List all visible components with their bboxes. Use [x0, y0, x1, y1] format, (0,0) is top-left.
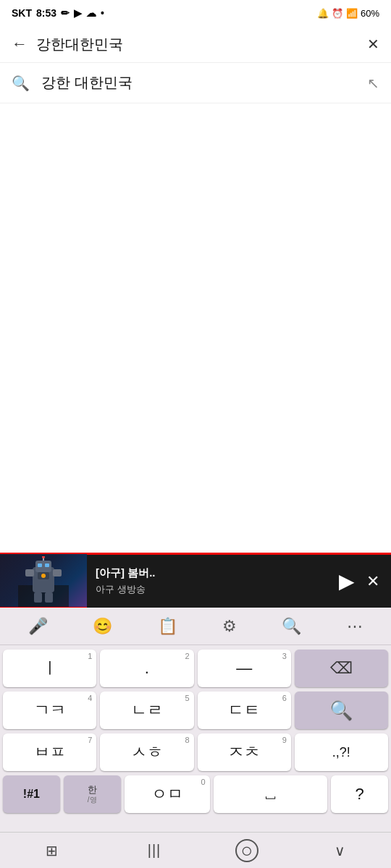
- svg-rect-6: [53, 569, 62, 576]
- space-key[interactable]: ⎵: [214, 775, 328, 813]
- back-nav-button[interactable]: ∨: [318, 836, 361, 865]
- edit-icon: ✏: [61, 7, 70, 19]
- more-button[interactable]: ⋯: [342, 613, 367, 640]
- svg-rect-3: [38, 563, 42, 567]
- mini-player-subtitle: 아구 생방송: [96, 583, 330, 596]
- key-0[interactable]: 0 ㅇㅁ: [125, 775, 210, 813]
- wifi-icon: 📶: [346, 8, 358, 19]
- home-button[interactable]: ○: [235, 839, 258, 862]
- bottom-nav: ⊞ ||| ○ ∨: [0, 832, 391, 868]
- search-key[interactable]: 🔍: [295, 692, 388, 729]
- suggestion-text: 강한 대한민국: [41, 73, 356, 93]
- mini-player-thumbnail[interactable]: [0, 554, 87, 609]
- dot-icon: •: [101, 7, 104, 19]
- emoji-button[interactable]: 😊: [88, 613, 117, 640]
- key-5[interactable]: 5 ㄴㄹ: [100, 692, 193, 729]
- key-3[interactable]: 3 —: [198, 650, 291, 687]
- key-row-3: 7 ㅂㅍ 8 ㅅㅎ 9 ㅈㅊ .,?!: [3, 733, 388, 771]
- key-1[interactable]: 1 ㅣ: [3, 650, 96, 687]
- alarm-icon: 🔔: [317, 8, 329, 19]
- search-input[interactable]: [36, 36, 358, 53]
- fill-arrow-icon[interactable]: ↖: [367, 75, 379, 92]
- suggestion-row[interactable]: 🔍 강한 대한민국 ↖: [0, 63, 391, 103]
- backspace-key[interactable]: ⌫: [295, 650, 388, 687]
- keyboard-keys: 1 ㅣ 2 . 3 — ⌫ 4 ㄱㅋ 5 ㄴㄹ: [0, 645, 391, 817]
- status-bar: SKT 8:53 ✏ ▶ ☁ • 🔔 ⏰ 📶 60%: [0, 0, 391, 26]
- key-4[interactable]: 4 ㄱㅋ: [3, 692, 96, 729]
- cloud-icon: ☁: [86, 7, 96, 19]
- key-symbols[interactable]: !#1: [3, 775, 60, 813]
- key-row-4: !#1 한 /영 0 ㅇㅁ ⎵ ?: [3, 775, 388, 813]
- search-bar-row: ← ✕: [0, 26, 391, 63]
- svg-rect-4: [45, 563, 49, 567]
- settings-button[interactable]: ⚙: [218, 613, 241, 640]
- key-8[interactable]: 8 ㅅㅎ: [100, 733, 193, 771]
- clear-button[interactable]: ✕: [364, 33, 382, 56]
- status-left: SKT 8:53 ✏ ▶ ☁ •: [12, 7, 104, 19]
- svg-rect-9: [34, 592, 42, 603]
- key-lang[interactable]: 한 /영: [64, 775, 121, 813]
- svg-rect-10: [45, 592, 53, 603]
- key-row-1: 1 ㅣ 2 . 3 — ⌫: [3, 650, 388, 687]
- mic-button[interactable]: 🎤: [24, 613, 52, 640]
- clock-icon: ⏰: [332, 8, 343, 19]
- mini-player: [아구] 봄버.. 아구 생방송 ▶ ✕: [0, 553, 391, 608]
- battery-label: 60%: [361, 8, 379, 19]
- key-6[interactable]: 6 ㄷㅌ: [198, 692, 291, 729]
- key-7[interactable]: 7 ㅂㅍ: [3, 733, 96, 771]
- svg-point-8: [41, 574, 46, 578]
- recent-apps-button[interactable]: |||: [133, 836, 176, 865]
- scan-button[interactable]: ⊞: [30, 836, 73, 865]
- back-button[interactable]: ←: [9, 32, 30, 56]
- play-button[interactable]: ▶: [339, 569, 355, 593]
- close-mini-player-button[interactable]: ✕: [366, 572, 379, 591]
- mini-player-info: [아구] 봄버.. 아구 생방송: [87, 561, 339, 602]
- svg-point-12: [42, 556, 45, 558]
- main-content: [0, 103, 391, 451]
- keyboard-area: 🎤 😊 📋 ⚙ 🔍 ⋯ 1 ㅣ 2 . 3 — ⌫: [0, 608, 391, 868]
- status-right: 🔔 ⏰ 📶 60%: [317, 8, 379, 19]
- key-2[interactable]: 2 .: [100, 650, 193, 687]
- search-keyboard-button[interactable]: 🔍: [277, 613, 306, 640]
- time-label: 8:53: [36, 7, 56, 19]
- mini-player-title: [아구] 봄버..: [96, 566, 330, 580]
- key-punct[interactable]: .,?!: [295, 733, 388, 771]
- key-9[interactable]: 9 ㅈㅊ: [198, 733, 291, 771]
- carrier-label: SKT: [12, 7, 32, 19]
- svg-rect-5: [25, 569, 34, 576]
- search-key-icon: 🔍: [329, 699, 353, 722]
- key-question[interactable]: ?: [331, 775, 388, 813]
- youtube-icon: ▶: [74, 7, 82, 19]
- backspace-icon: ⌫: [330, 659, 353, 678]
- key-row-2: 4 ㄱㅋ 5 ㄴㄹ 6 ㄷㅌ 🔍: [3, 692, 388, 729]
- mini-player-controls: ▶ ✕: [339, 569, 391, 593]
- keyboard-toolbar: 🎤 😊 📋 ⚙ 🔍 ⋯: [0, 608, 391, 645]
- clipboard-button[interactable]: 📋: [154, 613, 182, 640]
- suggestion-search-icon: 🔍: [12, 75, 30, 92]
